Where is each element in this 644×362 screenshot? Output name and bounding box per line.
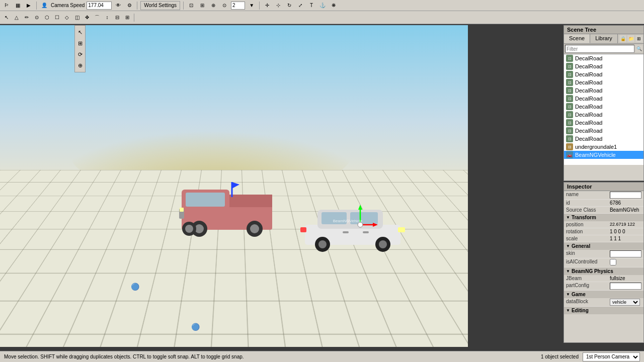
scene-item-11[interactable]: ⊟undergroundale1 (564, 143, 643, 151)
scene-item-8[interactable]: ⊡DecalRoad (564, 119, 643, 127)
tool-triangle[interactable]: △ (12, 13, 21, 22)
left-icon-select[interactable]: ↖ (75, 28, 85, 37)
tool-arrow[interactable]: ↖ (2, 13, 11, 22)
scene-tree-header: Scene Tree (564, 26, 643, 34)
tool-diamond[interactable]: ◇ (62, 13, 71, 22)
datablock-dropdown[interactable]: vehicle (610, 299, 640, 306)
scene-item-label-8: DecalRoad (575, 120, 602, 126)
icon-grid[interactable]: ⊞ (198, 1, 207, 10)
icon-magnet[interactable]: ⊡ (187, 1, 196, 10)
field-ai-label: isAIControlled (564, 258, 608, 267)
status-message: Move selection. SHIFT while dragging dup… (4, 354, 244, 359)
tool-move2[interactable]: ✥ (83, 13, 92, 22)
icon-special[interactable]: ❋ (329, 1, 338, 10)
tool-arrow2[interactable]: ↕ (103, 13, 112, 22)
field-datablock-value: vehicle (608, 298, 643, 307)
svg-rect-23 (300, 227, 306, 232)
scene-filter-icon[interactable]: 🔍 (635, 45, 642, 52)
game-table: dataBlock vehicle (564, 298, 643, 307)
scene-list[interactable]: ⊡DecalRoad⊡DecalRoad⊡DecalRoad⊡DecalRoad… (564, 54, 643, 165)
section-game[interactable]: ▼ Game (564, 291, 643, 298)
left-icon-add[interactable]: ⊕ (75, 61, 85, 70)
icon-1[interactable]: 🏳 (2, 1, 11, 10)
tool-box[interactable]: ☐ (52, 13, 61, 22)
tool-curve[interactable]: ⌒ (93, 13, 102, 22)
tool-hexagon[interactable]: ⬡ (42, 13, 51, 22)
section-general[interactable]: ▼ General (564, 242, 643, 250)
scene-item-6[interactable]: ⊡DecalRoad (564, 103, 643, 111)
viewport[interactable]: BeamNGVehicle 🔵 🔵 (0, 25, 468, 347)
snap-input[interactable] (231, 2, 245, 10)
left-icon-rotate[interactable]: ⟳ (75, 50, 85, 59)
scene-item-5[interactable]: ⊡DecalRoad (564, 95, 643, 103)
general-label: General (572, 243, 590, 249)
icon-dropdown[interactable]: ▼ (247, 1, 256, 10)
scene-lock-icon[interactable]: 🔒 (619, 35, 626, 42)
svg-rect-22 (398, 227, 405, 232)
icon-snap[interactable]: ⊕ (209, 1, 218, 10)
scene-item-10[interactable]: ⊡DecalRoad (564, 135, 643, 143)
icon-scale2[interactable]: ⤢ (296, 1, 305, 10)
section-transform[interactable]: ▼ Transform (564, 214, 643, 221)
scene-filter-input[interactable] (565, 45, 634, 53)
scene-folder-icon[interactable]: 📁 (627, 35, 634, 42)
tab-scene[interactable]: Scene (564, 34, 590, 43)
scene-item-label-11: undergroundale1 (575, 144, 617, 150)
field-scale-value: 1 1 1 (608, 235, 643, 242)
svg-rect-3 (229, 195, 272, 207)
icon-settings[interactable]: ⚙ (125, 1, 134, 10)
scene-item-icon-4: ⊡ (566, 87, 573, 94)
tool-flatten[interactable]: ⊟ (113, 13, 122, 22)
ai-checkbox[interactable] (610, 259, 616, 265)
icon-2[interactable]: ▦ (13, 1, 22, 10)
scene-item-4[interactable]: ⊡DecalRoad (564, 86, 643, 95)
field-position-value: 22.6719 122 (608, 221, 643, 228)
camera-dropdown[interactable]: 1st Person Camera 3rd Person Camera Free… (583, 352, 640, 361)
camera-speed-input[interactable] (87, 2, 112, 10)
name-input[interactable] (610, 192, 641, 199)
icon-person[interactable]: 👤 (40, 1, 49, 10)
icon-orbit[interactable]: ⊙ (220, 1, 229, 10)
inspector-row-datablock: dataBlock vehicle (564, 298, 643, 307)
icon-rotate[interactable]: ↻ (285, 1, 294, 10)
inspector-row-jbeam: JBeam fullsize (564, 275, 643, 282)
scene-item-3[interactable]: ⊡DecalRoad (564, 78, 643, 86)
scene-item-label-6: DecalRoad (575, 104, 602, 110)
world-settings-button[interactable]: World Settings (140, 1, 180, 10)
scene-item-label-9: DecalRoad (575, 128, 602, 134)
physics-table: JBeam fullsize partConfig (564, 275, 643, 291)
icon-cursor2[interactable]: ✛ (263, 1, 272, 10)
scene-item-9[interactable]: ⊡DecalRoad (564, 127, 643, 135)
top-toolbar: 🏳 ▦ ▶ 👤 Camera Speed 👁 ⚙ World Settings … (0, 0, 644, 11)
scene-item-label-5: DecalRoad (575, 96, 602, 102)
section-editing[interactable]: ▼ Editing (564, 307, 643, 314)
scene-item-2[interactable]: ⊡DecalRoad (564, 70, 643, 78)
section-beamng-physics[interactable]: ▼ BeamNG Physics (564, 267, 643, 275)
field-skin-value (608, 250, 643, 258)
scene-item-label-0: DecalRoad (575, 55, 602, 61)
scene-item-0[interactable]: ⊡DecalRoad (564, 54, 643, 62)
icon-text[interactable]: T (307, 1, 316, 10)
scene-expand-icon[interactable]: ⊞ (635, 35, 642, 42)
svg-rect-24 (343, 231, 349, 233)
tool-raise[interactable]: ⊞ (123, 13, 132, 22)
scene-item-12[interactable]: 🚗BeamNGVehicle (564, 151, 643, 159)
scene-item-7[interactable]: ⊡DecalRoad (564, 111, 643, 119)
physics-label: BeamNG Physics (572, 268, 613, 274)
scene-item-label-1: DecalRoad (575, 63, 602, 69)
tool-circle[interactable]: ⊙ (32, 13, 41, 22)
toolbar2-sep (134, 14, 134, 22)
left-icon-grid[interactable]: ⊞ (75, 39, 85, 48)
svg-rect-25 (363, 231, 369, 233)
icon-eye[interactable]: 👁 (114, 1, 123, 10)
tab-library[interactable]: Library (590, 34, 618, 43)
scene-item-1[interactable]: ⊡DecalRoad (564, 62, 643, 70)
icon-play[interactable]: ▶ (24, 1, 33, 10)
scene-item-icon-6: ⊡ (566, 103, 573, 110)
icon-anchor[interactable]: ⚓ (318, 1, 327, 10)
tool-eraser[interactable]: ◫ (72, 13, 82, 22)
skin-input[interactable] (610, 250, 641, 257)
partconfig-input[interactable] (610, 283, 641, 290)
icon-move[interactable]: ⊹ (274, 1, 283, 10)
tool-pencil[interactable]: ✏ (22, 13, 31, 22)
